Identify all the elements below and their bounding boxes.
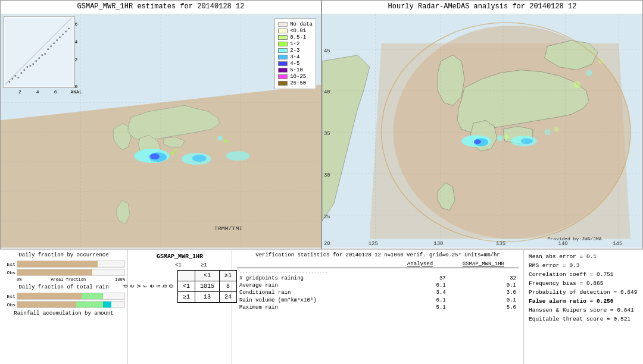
- stats-row-0: # gridpoints raining 37 32: [237, 275, 519, 282]
- svg-text:0: 0: [75, 84, 78, 89]
- legend-label-05: 0.5-1: [290, 34, 306, 40]
- legend-color-10: [278, 74, 288, 79]
- stats-label-3: Rain volume (mm*km²x10⁶): [237, 296, 392, 304]
- mean-abs-error: Mean abs error = 0.1: [529, 252, 638, 261]
- svg-point-72: [521, 138, 533, 144]
- stats-val1-col2: 0.1: [448, 282, 519, 289]
- est-label-1: Est: [2, 262, 15, 267]
- svg-point-19: [53, 42, 55, 44]
- est-occurrence-row: Est: [2, 261, 125, 268]
- svg-text:4: 4: [75, 39, 78, 45]
- svg-text:2: 2: [18, 89, 21, 95]
- svg-point-11: [29, 65, 31, 67]
- obs-label-2: Obs: [2, 302, 15, 307]
- contingency-section: GSMAP_MWR_1HR <1 ≥1 Observed <1 ≥1: [128, 250, 232, 364]
- axis-mid-label: Areal fraction: [51, 277, 86, 282]
- legend-color-nodata: [278, 22, 288, 27]
- est-rain-bar: [17, 293, 125, 300]
- svg-point-18: [50, 45, 52, 47]
- occurrence-axis: 0% Areal fraction 100%: [2, 277, 125, 282]
- obs-tan-portion: [17, 302, 76, 307]
- est-label-2: Est: [2, 294, 15, 299]
- legend-item-001: <0.01: [278, 28, 313, 34]
- right-map-svg: 45 40 35 30 25 20 125 130 135 140 145 Pr…: [322, 14, 642, 248]
- legend-label-5: 5-10: [290, 67, 303, 73]
- stats-label-2: Conditional rain: [237, 289, 392, 296]
- stats-divider-row: -------------------------------: [237, 268, 519, 275]
- legend-label-1: 1-2: [290, 41, 299, 47]
- svg-point-16: [44, 53, 46, 55]
- contingency-title: GSMAP_MWR_1HR: [157, 253, 203, 260]
- metrics-section: Mean abs error = 0.1 RMS error = 0.3 Cor…: [524, 250, 643, 364]
- left-map-title: GSMAP_MWR_1HR estimates for 20140128 12: [1, 1, 321, 12]
- rms-error: RMS error = 0.3: [529, 261, 638, 270]
- svg-text:ANAL: ANAL: [71, 89, 82, 95]
- est-occurrence-bar: [17, 261, 125, 268]
- svg-text:2: 2: [75, 57, 78, 62]
- main-container: GSMAP_MWR_1HR estimates for 20140128 12 …: [0, 0, 643, 364]
- legend-item-3: 3-4: [278, 54, 313, 60]
- stats-section: Verification statistics for 20140128 12 …: [232, 250, 524, 364]
- svg-point-24: [68, 27, 70, 29]
- stats-val3-col2: 0.1: [448, 296, 519, 304]
- legend-item-4: 4-5: [278, 61, 313, 67]
- stats-val4-col2: 5.6: [448, 304, 519, 311]
- legend-label-25: 25-50: [290, 80, 306, 86]
- legend-label-nodata: No data: [290, 21, 313, 27]
- est-tan-fill: [17, 261, 98, 267]
- svg-text:140: 140: [558, 241, 568, 247]
- row-header-lt1: <1: [177, 281, 195, 292]
- svg-point-74: [504, 134, 508, 139]
- equitable-threat-score: Equitable threat score = 0.521: [529, 315, 638, 324]
- obs-green-portion: [76, 302, 103, 307]
- legend-item-1: 1-2: [278, 41, 313, 47]
- est-rain-row: Est: [2, 293, 125, 300]
- rain-chart: Est Obs: [2, 293, 125, 308]
- stats-col2-header: GSMAP_MWR_1HR: [448, 261, 519, 268]
- col-header-2: ≥1: [201, 262, 207, 268]
- est-rain-bar-fill: [17, 293, 124, 299]
- svg-text:35: 35: [324, 131, 330, 137]
- cell-a: 1015: [195, 281, 220, 292]
- svg-point-15: [41, 54, 43, 56]
- svg-point-17: [47, 48, 49, 50]
- right-map-panel: Hourly Radar-AMeDAS analysis for 2014012…: [322, 0, 643, 249]
- col-lt1: <1: [195, 271, 220, 281]
- svg-point-9: [23, 69, 25, 71]
- left-map-svg: 6 4 2 0 2 4 6 ANAL: [1, 14, 321, 248]
- tan-portion: [17, 293, 82, 299]
- obs-cyan-portion: [103, 302, 111, 307]
- obs-vertical-label: Observed: [123, 284, 175, 288]
- right-map-title: Hourly Radar-AMeDAS analysis for 2014012…: [322, 1, 642, 12]
- svg-text:TRMM/TMI: TRMM/TMI: [214, 225, 243, 232]
- svg-point-7: [8, 81, 10, 83]
- svg-text:6: 6: [75, 21, 78, 27]
- svg-point-8: [20, 72, 22, 74]
- legend-item-2: 2-3: [278, 48, 313, 54]
- legend-label-001: <0.01: [290, 28, 306, 34]
- stats-row-3: Rain volume (mm*km²x10⁶) 0.1 0.1: [237, 296, 519, 304]
- legend-item-10: 10-25: [278, 74, 313, 80]
- stats-val0-col1: 37: [392, 275, 448, 282]
- occurrence-chart: Est Obs 0% Areal fraction 100%: [2, 261, 125, 282]
- contingency-wrapper: Observed <1 ≥1 <1 1015 8: [123, 270, 237, 303]
- svg-point-41: [150, 153, 160, 159]
- rain-chart-title: Daily fraction of total rain: [2, 284, 125, 290]
- svg-text:135: 135: [496, 241, 505, 247]
- legend-item-25: 25-50: [278, 80, 313, 86]
- verification-title: Verification statistics for 20140128 12 …: [237, 252, 519, 258]
- cell-c: 13: [195, 292, 220, 303]
- svg-point-78: [586, 70, 592, 76]
- svg-text:45: 45: [324, 48, 330, 54]
- obs-rain-bar: [17, 301, 125, 308]
- svg-point-4: [11, 78, 13, 80]
- obs-occurrence-bar: [17, 269, 125, 276]
- col-header-1: <1: [175, 262, 182, 268]
- svg-text:30: 30: [324, 172, 330, 178]
- stats-label-1: Average rain: [237, 282, 392, 289]
- legend-label-4: 4-5: [290, 61, 299, 67]
- legend-label-2: 2-3: [290, 48, 299, 54]
- svg-point-46: [174, 149, 177, 151]
- svg-point-14: [38, 57, 40, 59]
- svg-text:20: 20: [324, 241, 330, 247]
